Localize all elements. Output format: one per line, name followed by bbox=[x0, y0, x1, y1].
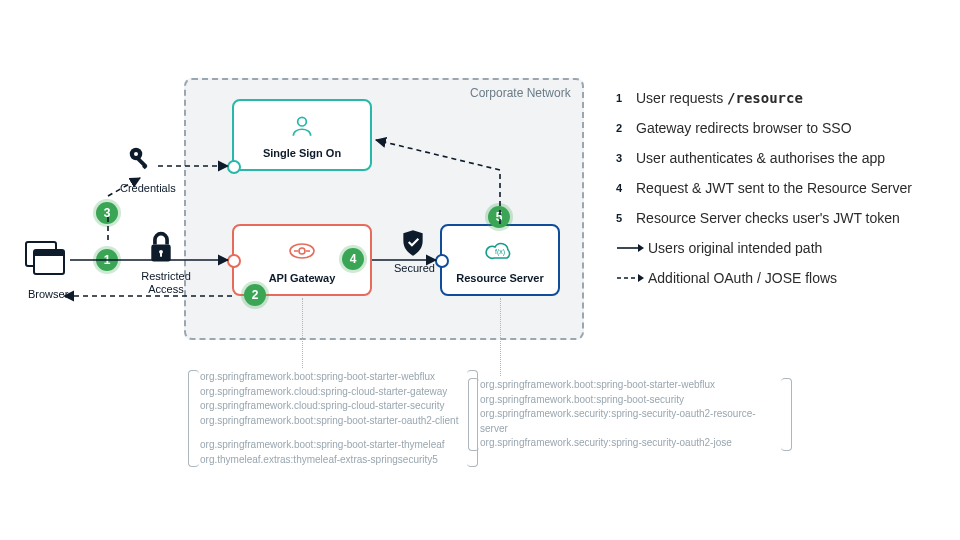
deps-resource: org.springframework.boot:spring-boot-sta… bbox=[480, 378, 780, 451]
legend-row-2: 2Gateway redirects browser to SSO bbox=[616, 120, 936, 136]
browser-label: Browser bbox=[28, 288, 68, 300]
node-sso-label: Single Sign On bbox=[263, 147, 341, 159]
legend-row-5: 5Resource Server checks user's JWT token bbox=[616, 210, 936, 226]
step-2: 2 bbox=[244, 284, 266, 306]
cloud-icon: f(x) bbox=[485, 236, 515, 266]
step-1: 1 bbox=[96, 249, 118, 271]
legend-row-3: 3User authenticates & authorises the app bbox=[616, 150, 936, 166]
leader-gateway bbox=[302, 298, 303, 368]
svg-rect-13 bbox=[160, 252, 162, 257]
step-3: 3 bbox=[96, 202, 118, 224]
legend-solid: Users original intended path bbox=[616, 240, 936, 256]
user-icon bbox=[287, 111, 317, 141]
legend-row-1: 1User requests /resource bbox=[616, 90, 936, 106]
node-resource: f(x) Resource Server bbox=[440, 224, 560, 296]
step-5: 5 bbox=[488, 206, 510, 228]
browser-icon bbox=[24, 240, 68, 284]
key-icon bbox=[126, 144, 156, 178]
legend: 1User requests /resource 2Gateway redire… bbox=[616, 90, 936, 300]
svg-text:f(x): f(x) bbox=[495, 248, 505, 256]
diagram-stage: Corporate Network Single Sign On API Gat… bbox=[0, 0, 960, 540]
solid-arrow-icon bbox=[616, 243, 648, 253]
dashed-arrow-icon bbox=[616, 273, 648, 283]
svg-point-2 bbox=[299, 248, 305, 254]
port-gateway bbox=[227, 254, 241, 268]
credentials-label: Credentials bbox=[120, 182, 176, 194]
port-sso bbox=[227, 160, 241, 174]
node-resource-label: Resource Server bbox=[456, 272, 543, 284]
svg-rect-6 bbox=[34, 250, 64, 256]
restricted-label: Restricted Access bbox=[138, 270, 194, 296]
svg-point-0 bbox=[298, 117, 307, 126]
legend-row-4: 4Request & JWT sent to the Resource Serv… bbox=[616, 180, 936, 196]
legend-dashed: Additional OAuth / JOSE flows bbox=[616, 270, 936, 286]
leader-resource bbox=[500, 298, 501, 376]
node-sso: Single Sign On bbox=[232, 99, 372, 171]
secured-label: Secured bbox=[394, 262, 435, 274]
port-resource bbox=[435, 254, 449, 268]
deps-gateway: org.springframework.boot:spring-boot-sta… bbox=[200, 370, 466, 467]
shield-icon bbox=[400, 228, 426, 262]
svg-point-1 bbox=[290, 244, 314, 258]
gateway-icon bbox=[287, 236, 317, 266]
lock-icon bbox=[146, 230, 176, 268]
node-gateway-label: API Gateway bbox=[269, 272, 336, 284]
corporate-network-label: Corporate Network bbox=[470, 86, 571, 100]
svg-point-8 bbox=[134, 152, 138, 156]
step-4: 4 bbox=[342, 248, 364, 270]
